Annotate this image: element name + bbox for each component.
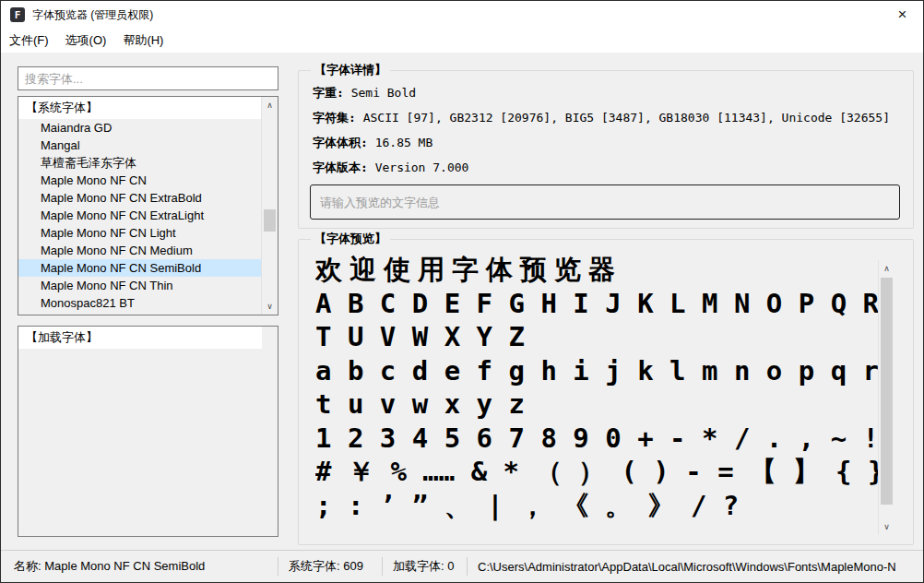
status-font-name: 名称: Maple Mono NF CN SemiBold xyxy=(14,551,205,582)
preview-content: 欢迎使用字体预览器A B C D E F G H I J K L M N O P… xyxy=(315,253,880,535)
preview-line: 欢迎使用字体预览器 xyxy=(315,253,880,287)
preview-line: a b c d e f g h i j k l m n o p q r s xyxy=(315,354,880,388)
list-item[interactable]: Maiandra GD xyxy=(18,119,262,137)
status-system-count: 系统字体: 609 xyxy=(289,551,363,582)
list-item[interactable]: Monospac821 BT xyxy=(18,294,262,312)
loaded-font-list: 【加载字体】 xyxy=(18,326,278,537)
font-weight-value: Semi Bold xyxy=(344,86,416,100)
font-details-group: 【字体详情】 字重: Semi Bold 字符集: ASCII [97], GB… xyxy=(298,70,914,229)
scroll-thumb[interactable] xyxy=(881,278,893,505)
preview-text-input[interactable] xyxy=(310,184,900,220)
window-title: 字体预览器 (管理员权限) xyxy=(32,7,153,23)
list-item[interactable]: Maple Mono NF CN xyxy=(18,172,262,189)
system-list-scrollbar[interactable]: ∧ ∨ xyxy=(261,97,278,315)
preview-line: t u v w x y z xyxy=(315,387,880,422)
list-item[interactable]: Maple Mono NF CN Medium xyxy=(18,242,262,259)
system-font-list-header: 【系统字体】 xyxy=(18,97,262,119)
status-bar: 名称: Maple Mono NF CN SemiBold 系统字体: 609 … xyxy=(1,550,923,582)
list-item[interactable]: Maple Mono NF CN ExtraLight xyxy=(18,207,262,224)
system-font-list: 【系统字体】 Maiandra GDMangal草檀斋毛泽东字体Maple Mo… xyxy=(18,96,278,315)
list-item[interactable]: Maple Mono NF CN ExtraBold xyxy=(18,189,262,207)
scroll-up-icon[interactable]: ∧ xyxy=(262,98,278,113)
preview-line: T U V W X Y Z xyxy=(315,320,880,354)
font-details-title: 【字体详情】 xyxy=(311,62,390,78)
font-version-label: 字体版本: xyxy=(313,161,368,174)
list-item[interactable]: Maple Mono NF CN SemiBold xyxy=(18,259,262,277)
preview-line: A B C D E F G H I J K L M N O P Q R S xyxy=(315,287,880,321)
menu-file[interactable]: 文件(F) xyxy=(1,29,57,53)
font-weight-label: 字重: xyxy=(313,86,344,100)
font-size-label: 字体体积: xyxy=(313,136,368,149)
font-version-row: 字体版本: Version 7.000 xyxy=(313,160,468,176)
system-font-list-items: Maiandra GDMangal草檀斋毛泽东字体Maple Mono NF C… xyxy=(18,119,278,312)
menu-bar: 文件(F) 选项(O) 帮助(H) xyxy=(1,29,923,54)
font-version-value: Version 7.000 xyxy=(368,161,469,174)
charset-label: 字符集: xyxy=(313,111,356,125)
menu-options[interactable]: 选项(O) xyxy=(57,29,115,53)
list-item[interactable]: Maple Mono NF CN Thin xyxy=(18,277,262,294)
menu-help[interactable]: 帮助(H) xyxy=(114,29,172,53)
scroll-up-icon[interactable]: ∧ xyxy=(879,261,894,276)
font-preview-title: 【字体预览】 xyxy=(311,231,390,247)
font-size-row: 字体体积: 16.85 MB xyxy=(313,135,432,151)
app-icon: F xyxy=(10,7,25,22)
preview-line: 1 2 3 4 5 6 7 8 9 0 + - * / . , ~ ! @ xyxy=(315,422,880,456)
status-divider xyxy=(467,557,468,576)
preview-line: ; : ’ ” 、 | ， 《 。 》 / ? xyxy=(315,489,880,523)
loaded-font-list-header: 【加载字体】 xyxy=(18,327,262,349)
font-size-value: 16.85 MB xyxy=(368,136,432,149)
scroll-thumb[interactable] xyxy=(264,209,276,232)
scroll-down-icon[interactable]: ∨ xyxy=(879,519,894,534)
title-bar: F 字体预览器 (管理员权限) × xyxy=(1,1,923,29)
status-divider xyxy=(278,557,278,576)
list-item[interactable]: Mangal xyxy=(18,137,262,154)
charset-row: 字符集: ASCII [97], GB2312 [20976], BIG5 [3… xyxy=(313,110,890,126)
list-item[interactable]: Maple Mono NF CN Light xyxy=(18,224,262,242)
close-button[interactable]: × xyxy=(882,1,923,29)
status-loaded-count: 加载字体: 0 xyxy=(393,551,454,582)
preview-line: # ￥ % …… & * （ ） ( ) - = 【 】 { } xyxy=(315,455,880,489)
status-divider xyxy=(382,557,383,576)
scroll-down-icon[interactable]: ∨ xyxy=(262,299,278,314)
font-weight-row: 字重: Semi Bold xyxy=(313,85,416,101)
preview-scrollbar[interactable]: ∧ ∨ xyxy=(878,260,894,535)
font-preview-group: 【字体预览】 欢迎使用字体预览器A B C D E F G H I J K L … xyxy=(298,239,914,545)
charset-value: ASCII [97], GB2312 [20976], BIG5 [3487],… xyxy=(356,111,890,125)
app-window: F 字体预览器 (管理员权限) × 文件(F) 选项(O) 帮助(H) 【系统字… xyxy=(0,0,924,583)
search-input[interactable] xyxy=(18,66,278,90)
list-item[interactable]: 草檀斋毛泽东字体 xyxy=(18,154,262,172)
status-font-path: C:\Users\Administrator\AppData\Local\Mic… xyxy=(478,551,923,582)
